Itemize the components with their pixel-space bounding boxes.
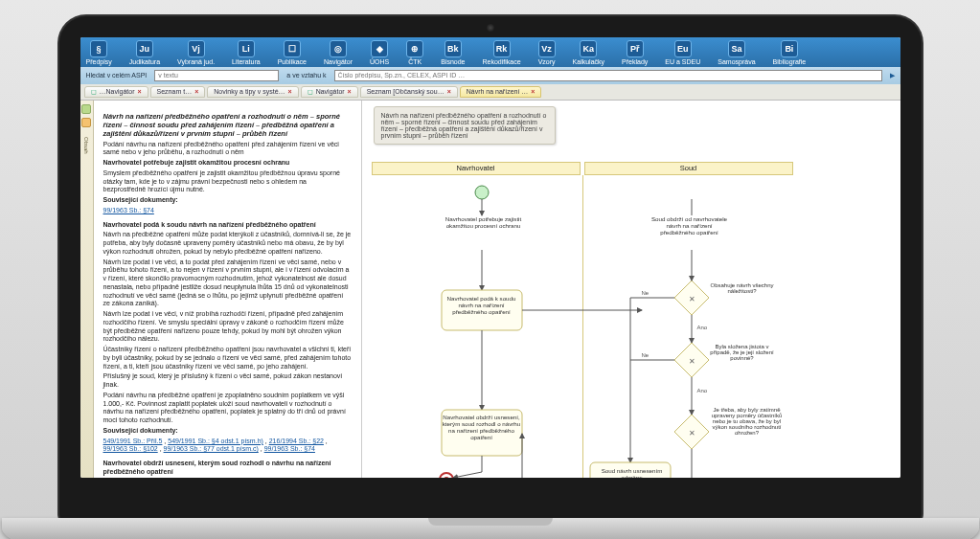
- search-go-icon[interactable]: ▶: [890, 72, 895, 79]
- toolbar-btn-bisnode[interactable]: BkBisnode: [441, 40, 465, 65]
- tab-label: Navigátor: [316, 88, 345, 95]
- diagram-tooltip: Návrh na nařízení předběžného opatření a…: [374, 106, 556, 145]
- document-tabs: ◻…Navigátor×Seznam t…×Novinky a tipy v s…: [80, 84, 900, 101]
- tab-label: Seznam [Občanský sou…: [367, 88, 444, 95]
- edge-ne-2: Ne: [642, 352, 650, 358]
- diagram-pane: Návrh na nařízení předběžného opatření a…: [362, 101, 900, 478]
- doc-link[interactable]: 99/1963 Sb.: §77 odst.1 písm.c): [164, 445, 259, 452]
- close-icon[interactable]: ×: [194, 88, 198, 95]
- rail-label: Obsah: [83, 137, 89, 154]
- toolbar-btn-kalkula-ky[interactable]: KaKalkulačky: [573, 40, 604, 65]
- toolbar-label: Navigátor: [324, 58, 353, 65]
- doc-p3c: Návrh lze podat i ve věci, v níž probíhá…: [103, 310, 352, 344]
- toolbar-btn-literatura[interactable]: LiLiteratura: [232, 40, 261, 65]
- doc-h4: Navrhovatel obdrží usnesení, kterým soud…: [103, 460, 331, 475]
- tab[interactable]: Novinky a tipy v systé…×: [207, 86, 298, 98]
- doc-link[interactable]: 99/1963 Sb.: §74: [264, 445, 315, 452]
- toolbar-label: Vzory: [538, 58, 556, 65]
- app-window: §PředpisyJuJudikaturaVjVybraná jud.LiLit…: [80, 37, 900, 478]
- tab[interactable]: ◻Navigátor×: [301, 86, 358, 98]
- close-icon[interactable]: ×: [288, 88, 292, 95]
- laptop-frame: §PředpisyJuJudikaturaVjVybraná jud.LiLit…: [59, 16, 922, 524]
- toolbar-label: Bisnode: [441, 58, 465, 65]
- flow-node-s2: Soud návrh usnesením odmítne: [592, 467, 672, 478]
- toolbar-btn--ohs[interactable]: ◆ÚOHS: [370, 40, 389, 65]
- document-pane: Návrh na nařízení předběžného opatření a…: [94, 101, 362, 478]
- tab[interactable]: Seznam t…×: [150, 86, 206, 98]
- toolbar-btn-judikatura[interactable]: JuJudikatura: [129, 40, 160, 65]
- toolbar-icon: Ju: [136, 40, 153, 57]
- toolbar-label: EU a SDEU: [665, 58, 700, 65]
- toolbar-icon: Bk: [444, 40, 462, 57]
- main-toolbar: §PředpisyJuJudikaturaVjVybraná jud.LiLit…: [80, 37, 900, 67]
- toolbar-icon: Bi: [781, 40, 798, 57]
- doc-p3b: Návrh lze podat i ve věci, a to podat př…: [103, 258, 352, 309]
- close-icon[interactable]: ×: [137, 88, 141, 95]
- search-input-text[interactable]: [154, 70, 279, 81]
- search-label-2: a ve vztahu k: [286, 72, 326, 79]
- svg-point-0: [475, 186, 489, 199]
- search-input-relation[interactable]: [334, 70, 882, 81]
- edge-ano-1: Ano: [697, 325, 708, 330]
- close-icon[interactable]: ×: [531, 88, 535, 95]
- toolbar-label: ÚOHS: [370, 58, 389, 65]
- doc-related-1: Související dokumenty:: [103, 196, 178, 203]
- toolbar-icon: ◆: [371, 40, 388, 57]
- rail-button-1[interactable]: [81, 104, 91, 114]
- toolbar-icon: Rk: [493, 40, 511, 57]
- toolbar-btn-bibliografie[interactable]: BiBibliografie: [773, 40, 807, 65]
- toolbar-icon: Li: [238, 40, 255, 57]
- doc-p3d: Účastníky řízení o nařízení předběžného …: [103, 346, 352, 371]
- toolbar-icon: Vj: [188, 40, 205, 57]
- doc-link[interactable]: 99/1963 Sb.: §102: [103, 445, 158, 452]
- toolbar-label: Překlady: [622, 58, 648, 65]
- doc-h3: Navrhovatel podá k soudu návrh na naříze…: [103, 221, 316, 228]
- doc-links-2: 549/1991 Sb.: Příl.5 , 549/1991 Sb.: §4 …: [103, 438, 352, 455]
- toolbar-btn-rekodifikace[interactable]: RkRekodifikace: [483, 40, 521, 65]
- doc-link[interactable]: 549/1991 Sb.: Příl.5: [103, 438, 163, 444]
- doc-related-2: Související dokumenty:: [103, 427, 178, 434]
- search-bar: Hledat v celém ASPI a ve vztahu k ▶: [80, 67, 900, 84]
- toolbar-btn-vybran-jud-[interactable]: VjVybraná jud.: [177, 40, 215, 65]
- toolbar-btn-samospr-va[interactable]: SaSamospráva: [718, 40, 755, 65]
- toolbar-btn-vzory[interactable]: VzVzory: [538, 40, 556, 65]
- doc-p2: Smyslem předběžného opatření je zajistit…: [103, 169, 352, 194]
- close-icon[interactable]: ×: [348, 88, 352, 95]
- doc-link[interactable]: 216/1994 Sb.: §22: [269, 438, 324, 444]
- nav-icon: ◻: [91, 88, 97, 96]
- toolbar-btn--tk[interactable]: ⊕ČTK: [406, 40, 423, 65]
- toolbar-icon: Vz: [538, 40, 556, 57]
- flow-diamond-d3: Je třeba, aby byly zatímně upraveny pomě…: [709, 407, 786, 436]
- doc-p3e: Příslušný je soud, který je příslušný k …: [103, 372, 352, 390]
- toolbar-btn-publikace[interactable]: ☐Publikace: [278, 40, 307, 65]
- flow-node-n1: Navrhovatel potřebuje zajistit okamžitou…: [444, 215, 524, 229]
- tab-label: Seznam t…: [157, 88, 193, 95]
- toolbar-btn-p-edpisy[interactable]: §Předpisy: [86, 40, 112, 65]
- doc-link[interactable]: 549/1991 Sb.: §4 odst.1 písm.h): [168, 438, 263, 444]
- close-icon[interactable]: ×: [447, 88, 451, 95]
- svg-text:✕: ✕: [688, 429, 695, 438]
- toolbar-icon: Ka: [580, 40, 597, 57]
- flow-node-n3: Navrhovatel obdrží usnesení, kterým soud…: [442, 414, 522, 441]
- link-991963-74[interactable]: 99/1963 Sb.: §74: [103, 207, 154, 213]
- svg-line-10: [453, 472, 482, 478]
- toolbar-label: Kalkulačky: [573, 58, 604, 65]
- flow-diamond-d2: Byla složena jistota v případě, že je je…: [709, 344, 776, 361]
- toolbar-btn-p-eklady[interactable]: PřPřeklady: [622, 40, 648, 65]
- tab[interactable]: ◻…Navigátor×: [84, 86, 148, 98]
- toolbar-label: Bibliografie: [773, 58, 807, 65]
- svg-point-9: [444, 477, 449, 478]
- toolbar-label: Vybraná jud.: [177, 58, 215, 65]
- rail-button-2[interactable]: [81, 118, 91, 127]
- tab-label: Návrh na nařízení …: [467, 88, 529, 95]
- work-area: Obsah Návrh na nařízení předběžného opat…: [80, 101, 900, 478]
- doc-p3a: Návrh na předběžné opatření může podat k…: [103, 231, 352, 256]
- edge-ano-2: Ano: [697, 388, 708, 393]
- tab[interactable]: Návrh na nařízení …×: [460, 86, 542, 98]
- laptop-base: [2, 518, 979, 540]
- toolbar-btn-navig-tor[interactable]: ◎Navigátor: [324, 40, 353, 65]
- toolbar-btn-eu-a-sdeu[interactable]: EuEU a SDEU: [665, 40, 700, 65]
- toolbar-icon: Př: [627, 40, 644, 57]
- side-rail: Obsah: [80, 101, 94, 478]
- tab[interactable]: Seznam [Občanský sou…×: [360, 86, 458, 98]
